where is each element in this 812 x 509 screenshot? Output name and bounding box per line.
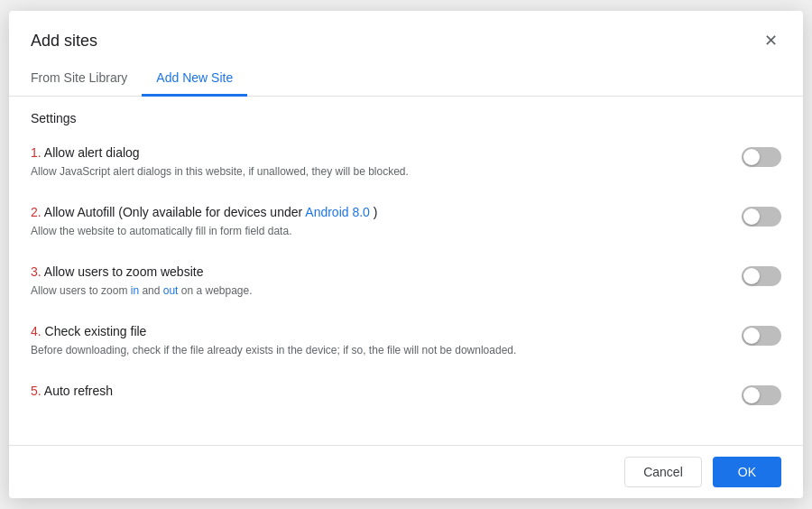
- setting-title: 2. Allow Autofill (Only available for de…: [31, 205, 727, 219]
- setting-item-auto-refresh: 5. Auto refresh: [31, 371, 781, 418]
- setting-title: 1. Allow alert dialog: [31, 145, 727, 160]
- tab-from-site-library[interactable]: From Site Library: [31, 63, 142, 97]
- setting-item-allow-alert-dialog: 1. Allow alert dialog Allow JavaScript a…: [31, 133, 781, 192]
- setting-title: 4. Check existing file: [31, 324, 727, 338]
- setting-title: 3. Allow users to zoom website: [31, 264, 727, 279]
- settings-section-label: Settings: [9, 97, 803, 133]
- toggle-check-existing-file[interactable]: [742, 326, 781, 346]
- setting-text: 3. Allow users to zoom website Allow use…: [31, 264, 727, 299]
- setting-desc: Before downloading, check if the file al…: [31, 342, 727, 358]
- tab-bar: From Site Library Add New Site: [9, 52, 803, 97]
- dialog-title: Add sites: [31, 32, 97, 51]
- setting-text: 1. Allow alert dialog Allow JavaScript a…: [31, 145, 727, 180]
- tab-add-new-site[interactable]: Add New Site: [142, 63, 247, 97]
- setting-text: 5. Auto refresh: [31, 384, 727, 402]
- toggle-allow-alert-dialog[interactable]: [742, 147, 781, 167]
- setting-text: 2. Allow Autofill (Only available for de…: [31, 205, 727, 239]
- setting-title: 5. Auto refresh: [31, 384, 727, 398]
- add-sites-dialog: Add sites ✕ From Site Library Add New Si…: [9, 11, 803, 498]
- close-button[interactable]: ✕: [761, 29, 781, 52]
- toggle-allow-autofill[interactable]: [742, 207, 781, 227]
- setting-item-check-existing-file: 4. Check existing file Before downloadin…: [31, 311, 781, 371]
- dialog-header: Add sites ✕: [9, 11, 803, 52]
- ok-button[interactable]: OK: [713, 457, 781, 487]
- setting-text: 4. Check existing file Before downloadin…: [31, 324, 727, 358]
- setting-item-allow-autofill: 2. Allow Autofill (Only available for de…: [31, 192, 781, 252]
- settings-list: 1. Allow alert dialog Allow JavaScript a…: [9, 133, 803, 445]
- dialog-footer: Cancel OK: [9, 445, 803, 498]
- content-area: Settings 1. Allow alert dialog Allow Jav…: [9, 97, 803, 445]
- setting-desc: Allow the website to automatically fill …: [31, 223, 727, 239]
- cancel-button[interactable]: Cancel: [624, 457, 702, 487]
- setting-item-allow-zoom: 3. Allow users to zoom website Allow use…: [31, 252, 781, 311]
- toggle-auto-refresh[interactable]: [742, 385, 781, 405]
- setting-desc: Allow JavaScript alert dialogs in this w…: [31, 163, 727, 180]
- toggle-allow-zoom[interactable]: [742, 266, 781, 286]
- setting-desc: Allow users to zoom in and out on a webp…: [31, 282, 727, 299]
